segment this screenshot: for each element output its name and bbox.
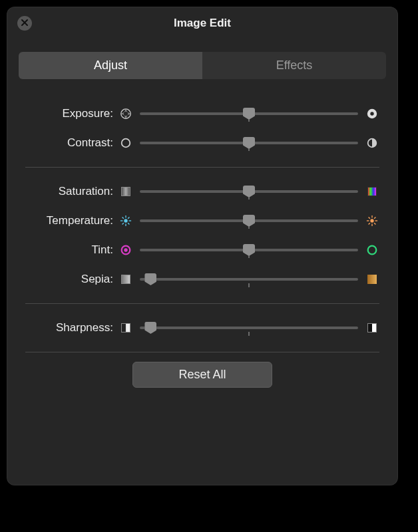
tab-adjust[interactable]: Adjust <box>19 52 202 79</box>
window-title: Image Edit <box>7 17 398 30</box>
temperature-row: Temperature: <box>25 206 379 235</box>
divider-3 <box>25 352 379 352</box>
contrast-high-icon <box>365 136 379 150</box>
sepia-full-icon <box>365 272 379 287</box>
image-edit-panel: Image Edit Adjust Effects Exposure: Cont… <box>7 7 398 485</box>
exposure-slider[interactable] <box>140 106 358 122</box>
svg-line-11 <box>128 223 129 224</box>
temperature-label: Temperature: <box>25 214 118 227</box>
contrast-row: Contrast: <box>25 128 379 158</box>
saturation-low-icon <box>118 184 133 199</box>
svg-point-2 <box>370 112 373 115</box>
saturation-slider[interactable] <box>140 184 358 200</box>
tint-green-icon <box>365 243 379 257</box>
aperture-closed-icon <box>118 106 133 121</box>
tint-label: Tint: <box>25 243 118 257</box>
titlebar: Image Edit <box>7 7 398 40</box>
sepia-none-icon <box>118 272 133 287</box>
tab-effects[interactable]: Effects <box>202 52 386 79</box>
close-button[interactable] <box>17 16 32 31</box>
svg-line-19 <box>369 217 370 219</box>
contrast-label: Contrast: <box>25 136 118 150</box>
temperature-warm-icon <box>365 213 379 228</box>
sharpness-crisp-icon <box>365 321 379 335</box>
saturation-row: Saturation: <box>25 177 379 206</box>
tab-bar: Adjust Effects <box>19 52 386 79</box>
svg-point-5 <box>124 219 127 222</box>
svg-line-21 <box>369 223 370 224</box>
sepia-row: Sepia: <box>25 265 379 294</box>
svg-point-25 <box>368 246 377 255</box>
svg-line-10 <box>122 217 124 219</box>
divider-1 <box>25 167 379 168</box>
svg-line-13 <box>128 217 129 219</box>
sharpness-label: Sharpness: <box>25 321 118 334</box>
aperture-open-icon <box>365 106 379 121</box>
sepia-label: Sepia: <box>25 273 118 286</box>
sharpness-row: Sharpness: <box>25 313 379 342</box>
sharpness-soft-icon <box>118 321 133 335</box>
saturation-label: Saturation: <box>25 185 118 198</box>
exposure-row: Exposure: <box>25 99 379 128</box>
contrast-slider[interactable] <box>140 135 358 151</box>
svg-line-22 <box>374 217 375 219</box>
tint-slider[interactable] <box>140 242 358 258</box>
adjust-content: Exposure: Contrast: <box>7 79 398 394</box>
svg-point-14 <box>370 219 373 222</box>
close-icon <box>21 17 29 29</box>
svg-point-24 <box>124 248 127 251</box>
divider-2 <box>25 303 379 304</box>
exposure-label: Exposure: <box>25 107 118 120</box>
tint-magenta-icon <box>118 243 133 257</box>
tint-row: Tint: <box>25 235 379 265</box>
reset-all-button[interactable]: Reset All <box>132 362 272 388</box>
svg-point-3 <box>122 139 130 148</box>
saturation-high-icon <box>365 184 379 199</box>
sharpness-slider[interactable] <box>140 320 358 336</box>
temperature-cold-icon <box>118 213 133 228</box>
svg-line-20 <box>374 223 375 224</box>
contrast-low-icon <box>118 136 133 150</box>
temperature-slider[interactable] <box>140 213 358 229</box>
svg-line-12 <box>122 223 124 224</box>
sepia-slider[interactable] <box>140 271 358 287</box>
